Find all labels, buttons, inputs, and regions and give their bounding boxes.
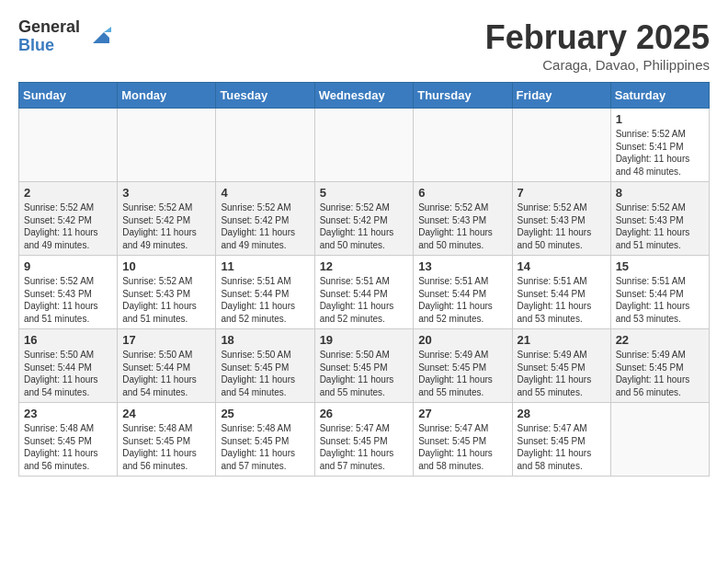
day-number: 27	[418, 407, 506, 420]
day-info: Sunrise: 5:51 AM Sunset: 5:44 PM Dayligh…	[221, 275, 309, 325]
calendar-week-row: 9Sunrise: 5:52 AM Sunset: 5:43 PM Daylig…	[19, 256, 710, 329]
calendar-cell: 24Sunrise: 5:48 AM Sunset: 5:45 PM Dayli…	[118, 403, 216, 477]
day-number: 18	[221, 333, 309, 347]
calendar-table: SundayMondayTuesdayWednesdayThursdayFrid…	[18, 82, 710, 477]
day-number: 10	[122, 259, 210, 273]
calendar-cell: 18Sunrise: 5:50 AM Sunset: 5:45 PM Dayli…	[216, 329, 314, 403]
weekday-header: Sunday	[19, 83, 118, 109]
day-info: Sunrise: 5:47 AM Sunset: 5:45 PM Dayligh…	[518, 422, 606, 472]
day-info: Sunrise: 5:52 AM Sunset: 5:43 PM Dayligh…	[24, 275, 112, 325]
calendar-cell: 17Sunrise: 5:50 AM Sunset: 5:44 PM Dayli…	[118, 329, 216, 403]
logo-icon	[84, 23, 111, 51]
calendar-cell: 4Sunrise: 5:52 AM Sunset: 5:42 PM Daylig…	[216, 182, 314, 256]
calendar-cell: 16Sunrise: 5:50 AM Sunset: 5:44 PM Dayli…	[19, 329, 118, 403]
calendar-cell: 22Sunrise: 5:49 AM Sunset: 5:45 PM Dayli…	[610, 329, 709, 403]
weekday-header: Friday	[512, 83, 610, 109]
day-info: Sunrise: 5:49 AM Sunset: 5:45 PM Dayligh…	[418, 349, 506, 398]
day-info: Sunrise: 5:50 AM Sunset: 5:45 PM Dayligh…	[320, 349, 409, 398]
calendar-cell: 8Sunrise: 5:52 AM Sunset: 5:43 PM Daylig…	[610, 182, 709, 256]
day-info: Sunrise: 5:49 AM Sunset: 5:45 PM Dayligh…	[518, 349, 606, 398]
weekday-header: Wednesday	[314, 83, 414, 109]
day-number: 4	[221, 186, 309, 200]
day-info: Sunrise: 5:50 AM Sunset: 5:44 PM Dayligh…	[122, 349, 210, 398]
day-info: Sunrise: 5:52 AM Sunset: 5:42 PM Dayligh…	[320, 201, 409, 251]
day-number: 7	[518, 186, 606, 200]
day-number: 22	[616, 333, 704, 347]
calendar-cell: 13Sunrise: 5:51 AM Sunset: 5:44 PM Dayli…	[414, 256, 512, 329]
day-info: Sunrise: 5:52 AM Sunset: 5:43 PM Dayligh…	[418, 201, 506, 251]
calendar-cell: 3Sunrise: 5:52 AM Sunset: 5:42 PM Daylig…	[118, 182, 216, 256]
day-number: 15	[616, 259, 704, 273]
calendar-cell: 19Sunrise: 5:50 AM Sunset: 5:45 PM Dayli…	[314, 329, 414, 403]
day-number: 21	[518, 333, 606, 347]
location: Caraga, Davao, Philippines	[485, 57, 710, 73]
day-info: Sunrise: 5:52 AM Sunset: 5:43 PM Dayligh…	[616, 201, 704, 251]
calendar-cell	[414, 109, 512, 182]
calendar-cell: 2Sunrise: 5:52 AM Sunset: 5:42 PM Daylig…	[19, 182, 118, 256]
day-info: Sunrise: 5:48 AM Sunset: 5:45 PM Dayligh…	[221, 422, 309, 472]
calendar-cell: 6Sunrise: 5:52 AM Sunset: 5:43 PM Daylig…	[414, 182, 512, 256]
day-info: Sunrise: 5:48 AM Sunset: 5:45 PM Dayligh…	[24, 422, 112, 472]
day-info: Sunrise: 5:50 AM Sunset: 5:44 PM Dayligh…	[24, 349, 112, 398]
calendar-cell	[118, 109, 216, 182]
day-info: Sunrise: 5:47 AM Sunset: 5:45 PM Dayligh…	[320, 422, 409, 472]
day-number: 17	[122, 333, 210, 347]
day-number: 8	[616, 186, 704, 200]
day-info: Sunrise: 5:51 AM Sunset: 5:44 PM Dayligh…	[616, 275, 704, 325]
day-number: 23	[24, 407, 112, 420]
day-number: 26	[320, 407, 409, 420]
day-info: Sunrise: 5:47 AM Sunset: 5:45 PM Dayligh…	[418, 422, 506, 472]
day-number: 3	[122, 186, 210, 200]
day-number: 11	[221, 259, 309, 273]
day-info: Sunrise: 5:48 AM Sunset: 5:45 PM Dayligh…	[122, 422, 210, 472]
day-number: 9	[24, 259, 112, 273]
day-number: 6	[418, 186, 506, 200]
calendar-cell	[216, 109, 314, 182]
calendar-cell: 15Sunrise: 5:51 AM Sunset: 5:44 PM Dayli…	[610, 256, 709, 329]
day-info: Sunrise: 5:50 AM Sunset: 5:45 PM Dayligh…	[221, 349, 309, 398]
calendar-cell: 9Sunrise: 5:52 AM Sunset: 5:43 PM Daylig…	[19, 256, 118, 329]
day-number: 24	[122, 407, 210, 420]
day-info: Sunrise: 5:51 AM Sunset: 5:44 PM Dayligh…	[418, 275, 506, 325]
day-number: 13	[418, 259, 506, 273]
calendar-week-row: 2Sunrise: 5:52 AM Sunset: 5:42 PM Daylig…	[19, 182, 710, 256]
calendar-cell: 1Sunrise: 5:52 AM Sunset: 5:41 PM Daylig…	[610, 109, 709, 182]
calendar-cell: 21Sunrise: 5:49 AM Sunset: 5:45 PM Dayli…	[512, 329, 610, 403]
calendar-week-row: 1Sunrise: 5:52 AM Sunset: 5:41 PM Daylig…	[19, 109, 710, 182]
calendar-cell: 5Sunrise: 5:52 AM Sunset: 5:42 PM Daylig…	[314, 182, 414, 256]
calendar-cell: 11Sunrise: 5:51 AM Sunset: 5:44 PM Dayli…	[216, 256, 314, 329]
day-info: Sunrise: 5:52 AM Sunset: 5:42 PM Dayligh…	[24, 201, 112, 251]
calendar-cell: 20Sunrise: 5:49 AM Sunset: 5:45 PM Dayli…	[414, 329, 512, 403]
calendar-week-row: 23Sunrise: 5:48 AM Sunset: 5:45 PM Dayli…	[19, 403, 710, 477]
day-number: 2	[24, 186, 112, 200]
title-block: February 2025 Caraga, Davao, Philippines	[485, 18, 710, 73]
logo-text: General Blue	[18, 18, 80, 55]
day-info: Sunrise: 5:52 AM Sunset: 5:42 PM Dayligh…	[221, 201, 309, 251]
day-info: Sunrise: 5:49 AM Sunset: 5:45 PM Dayligh…	[616, 349, 704, 398]
page-header: General Blue February 2025 Caraga, Davao…	[18, 18, 710, 73]
calendar-cell: 27Sunrise: 5:47 AM Sunset: 5:45 PM Dayli…	[414, 403, 512, 477]
day-number: 14	[518, 259, 606, 273]
calendar-cell: 28Sunrise: 5:47 AM Sunset: 5:45 PM Dayli…	[512, 403, 610, 477]
day-number: 28	[518, 407, 606, 420]
day-number: 16	[24, 333, 112, 347]
logo-general: General	[18, 18, 80, 37]
logo: General Blue	[18, 18, 111, 55]
day-info: Sunrise: 5:52 AM Sunset: 5:43 PM Dayligh…	[122, 275, 210, 325]
calendar-week-row: 16Sunrise: 5:50 AM Sunset: 5:44 PM Dayli…	[19, 329, 710, 403]
weekday-header: Tuesday	[216, 83, 314, 109]
day-info: Sunrise: 5:52 AM Sunset: 5:43 PM Dayligh…	[518, 201, 606, 251]
calendar-cell: 26Sunrise: 5:47 AM Sunset: 5:45 PM Dayli…	[314, 403, 414, 477]
calendar-cell: 7Sunrise: 5:52 AM Sunset: 5:43 PM Daylig…	[512, 182, 610, 256]
calendar-cell	[512, 109, 610, 182]
calendar-header-row: SundayMondayTuesdayWednesdayThursdayFrid…	[19, 83, 710, 109]
calendar-cell: 23Sunrise: 5:48 AM Sunset: 5:45 PM Dayli…	[19, 403, 118, 477]
day-info: Sunrise: 5:52 AM Sunset: 5:42 PM Dayligh…	[122, 201, 210, 251]
day-number: 19	[320, 333, 409, 347]
weekday-header: Thursday	[414, 83, 512, 109]
day-info: Sunrise: 5:51 AM Sunset: 5:44 PM Dayligh…	[320, 275, 409, 325]
calendar-cell	[610, 403, 709, 477]
logo-blue: Blue	[18, 37, 80, 55]
day-number: 25	[221, 407, 309, 420]
calendar-cell: 25Sunrise: 5:48 AM Sunset: 5:45 PM Dayli…	[216, 403, 314, 477]
